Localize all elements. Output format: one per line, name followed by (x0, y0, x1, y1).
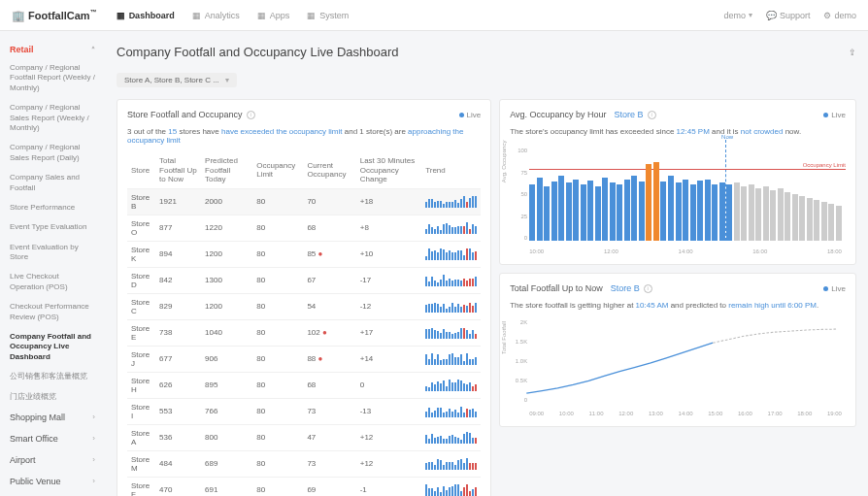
sidebar-item[interactable]: Company / Regional Sales Report (Weekly … (0, 98, 105, 138)
line-panel-store[interactable]: Store B (611, 283, 640, 293)
column-header[interactable]: Current Occupancy (303, 152, 355, 188)
bar-summary: The store's occupancy limit has exceeded… (510, 127, 846, 136)
table-panel: Store Footfall and Occupancy i Live 3 ou… (117, 99, 491, 496)
store-selector[interactable]: Store A, Store B, Store C ...▾ (117, 73, 237, 87)
chevron-down-icon: ▾ (225, 76, 229, 84)
nav-tab-analytics[interactable]: ▦Analytics (192, 11, 240, 20)
sidebar-item[interactable]: Checkout Performance Review (POS) (0, 297, 105, 327)
table-row[interactable]: Store I5537668073 -13 (127, 398, 481, 424)
sidebar-item[interactable]: Company / Regional Footfall Report (Week… (0, 58, 105, 98)
table-row[interactable]: Store J6779068088 ●+14 (127, 346, 481, 372)
warning-icon: ● (318, 354, 323, 363)
live-badge: Live (823, 111, 846, 119)
sidebar-item[interactable]: 门店业绩概览 (0, 387, 105, 407)
chevron-up-icon: ˄ (91, 46, 95, 54)
sidebar-section-collapsed[interactable]: Shopping Mall› (0, 407, 105, 428)
table-row[interactable]: Store F4706918069 -1 (127, 477, 481, 496)
line-summary: The store footfall is getting higher at … (510, 301, 846, 310)
sidebar-section-collapsed[interactable]: Smart Office› (0, 428, 105, 449)
sidebar-item[interactable]: Store Performance (0, 198, 105, 217)
table-row[interactable]: Store D84213008067 -17 (127, 267, 481, 293)
sidebar-item[interactable]: Company / Regional Sales Report (Daily) (0, 138, 105, 168)
column-header[interactable]: Occupancy Limit (252, 152, 303, 188)
live-badge: Live (459, 111, 482, 119)
export-icon[interactable]: ⇪ (849, 48, 856, 57)
sidebar-item[interactable]: 公司销售和客流量概览 (0, 367, 105, 386)
gear-icon: ⚙ (823, 11, 831, 20)
column-header[interactable]: Store (127, 152, 155, 188)
main-content: Company Footfall and Occupancy Live Dash… (105, 31, 868, 496)
sidebar-item[interactable]: Event Type Evaluation (0, 217, 105, 237)
column-header[interactable]: Total Footfall Up to Now (155, 152, 201, 188)
bar-panel-store[interactable]: Store B (615, 110, 644, 119)
nav-tab-dashboard[interactable]: ▦Dashboard (117, 11, 175, 20)
app-header: 🏢 FootfallCam™ ▦Dashboard▦Analytics▦Apps… (0, 0, 868, 31)
page-title: Company Footfall and Occupancy Live Dash… (117, 45, 399, 59)
info-icon[interactable]: i (247, 111, 255, 119)
sidebar: Retail˄ Company / Regional Footfall Repo… (0, 31, 105, 496)
nav-tab-system[interactable]: ▦System (307, 11, 349, 20)
warning-icon: ● (318, 249, 323, 258)
logo: 🏢 FootfallCam™ (12, 9, 97, 22)
sidebar-item[interactable]: Company Sales and Footfall (0, 168, 105, 198)
table-row[interactable]: Store A5368008047 +12 (127, 424, 481, 450)
line-panel-title: Total Footfall Up to Now (510, 283, 603, 293)
table-summary: 3 out of the 15 stores have have exceede… (127, 127, 481, 145)
table-panel-title: Store Footfall and Occupancy (127, 110, 243, 119)
warning-icon: ● (322, 328, 327, 337)
bar-chart-panel: Avg. Occupancy by Hour Store B i Live Th… (499, 99, 856, 265)
occupancy-bar-chart: Avg. Occupancy 1007550250 Now Occupancy … (510, 148, 846, 254)
chat-icon: 💬 (766, 11, 777, 20)
table-row[interactable]: Store E738104080102 ●+17 (127, 319, 481, 346)
table-row[interactable]: Store B192120008070 +18 (127, 188, 481, 215)
table-row[interactable]: Store K89412008085 ●+10 (127, 241, 481, 267)
line-chart-panel: Total Footfall Up to Now Store B i Live … (499, 273, 856, 427)
table-row[interactable]: Store O87712208068 +8 (127, 215, 481, 241)
column-header[interactable]: Trend (421, 152, 481, 188)
nav-tab-apps[interactable]: ▦Apps (257, 11, 290, 20)
table-row[interactable]: Store C82912008054 -12 (127, 293, 481, 319)
demo-menu[interactable]: demo▾ (723, 11, 752, 20)
store-table: StoreTotal Footfall Up to NowPredicted F… (127, 152, 481, 496)
info-icon[interactable]: i (644, 284, 652, 293)
sidebar-section-collapsed[interactable]: Airport› (0, 449, 105, 471)
sidebar-item[interactable]: Company Footfall and Occupancy Live Dash… (0, 327, 105, 367)
bar-panel-title: Avg. Occupancy by Hour (510, 110, 606, 119)
sidebar-item[interactable]: Live Checkout Operation (POS) (0, 267, 105, 297)
table-row[interactable]: Store M4846898073 +12 (127, 450, 481, 477)
info-icon[interactable]: i (648, 111, 656, 119)
nav-tabs: ▦Dashboard▦Analytics▦Apps▦System (117, 11, 350, 20)
support-link[interactable]: 💬Support (766, 11, 811, 20)
live-badge: Live (823, 284, 846, 293)
user-menu[interactable]: ⚙demo (823, 11, 856, 20)
sidebar-section-retail[interactable]: Retail˄ (0, 41, 105, 58)
header-right: demo▾ 💬Support ⚙demo (723, 11, 856, 20)
column-header[interactable]: Predicted Footfall Today (201, 152, 252, 188)
table-row[interactable]: Store H6268958068 0 (127, 372, 481, 398)
footfall-line-chart: Total Footfall 2K1.5K1.0K0.5K0 09:0010:0… (510, 319, 846, 416)
column-header[interactable]: Last 30 Minutes Occupancy Change (356, 152, 421, 188)
sidebar-item[interactable]: Event Evaluation by Store (0, 238, 105, 268)
sidebar-section-collapsed[interactable]: Public Venue› (0, 471, 105, 492)
